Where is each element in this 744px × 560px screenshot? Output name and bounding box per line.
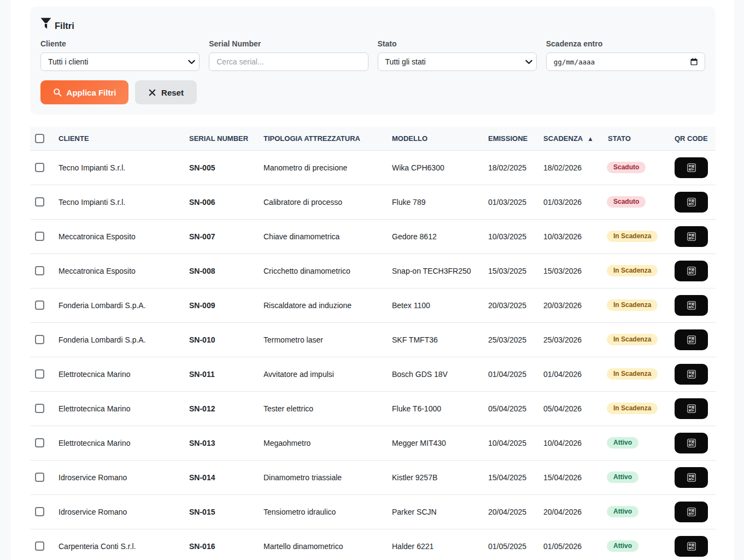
qr-code-button[interactable] [675, 398, 708, 419]
cell-tipologia: Manometro di precisione [257, 150, 385, 185]
column-header-qr[interactable]: QR CODE [668, 127, 716, 150]
cell-modello: Fluke 789 [385, 185, 482, 219]
qr-code-icon [687, 473, 696, 482]
row-checkbox[interactable] [35, 541, 44, 551]
cell-cliente: Meccatronica Esposito [52, 254, 183, 288]
qr-code-icon [687, 232, 696, 241]
cell-modello: Gedore 8612 [385, 219, 482, 254]
qr-code-button[interactable] [675, 295, 708, 316]
qr-code-button[interactable] [675, 226, 708, 247]
status-badge: In Scadenza [607, 299, 658, 311]
row-checkbox[interactable] [35, 232, 44, 241]
apply-filters-button[interactable]: Applica Filtri [40, 80, 128, 104]
qr-code-button[interactable] [675, 467, 708, 488]
qr-code-button[interactable] [675, 261, 708, 281]
chevron-down-icon [525, 58, 533, 66]
sort-ascending-icon: ▲ [587, 135, 593, 142]
row-checkbox[interactable] [35, 335, 44, 344]
row-checkbox[interactable] [35, 266, 44, 275]
cell-cliente: Idroservice Romano [52, 460, 183, 494]
funnel-icon [40, 17, 51, 29]
row-checkbox[interactable] [35, 369, 44, 379]
cell-emissione: 05/04/2025 [482, 391, 537, 426]
cell-cliente: Fonderia Lombardi S.p.A. [52, 322, 183, 357]
cell-cliente: Elettrotecnica Marino [52, 357, 183, 391]
cell-serial: SN-007 [183, 219, 257, 254]
column-header-cliente[interactable]: CLIENTE [52, 127, 183, 150]
column-header-modello[interactable]: MODELLO [385, 127, 482, 150]
filter-field-serial: Serial Number [209, 39, 368, 71]
qr-code-button[interactable] [675, 502, 708, 522]
table-row: Elettrotecnica Marino SN-011 Avvitatore … [30, 357, 716, 391]
row-checkbox[interactable] [35, 438, 44, 447]
qr-code-button[interactable] [675, 192, 708, 213]
cell-cliente: Meccatronica Esposito [52, 219, 183, 254]
qr-code-button[interactable] [675, 329, 708, 350]
status-badge: Attivo [607, 540, 638, 552]
cell-serial: SN-016 [183, 529, 257, 560]
search-icon [53, 88, 62, 97]
cell-modello: Snap-on TECH3FR250 [385, 254, 482, 288]
cell-serial: SN-012 [183, 391, 257, 426]
select-all-checkbox[interactable] [35, 134, 44, 143]
cell-scadenza: 10/04/2026 [537, 426, 601, 460]
equipment-table: CLIENTE SERIAL NUMBER TIPOLOGIA ATTREZZA… [30, 127, 716, 560]
cell-cliente: Fonderia Lombardi S.p.A. [52, 288, 183, 322]
table-row: Meccatronica Esposito SN-008 Cricchetto … [30, 254, 716, 288]
calendar-icon[interactable] [690, 58, 698, 66]
status-badge: In Scadenza [607, 231, 658, 242]
column-header-emissione[interactable]: EMISSIONE [482, 127, 537, 150]
cell-scadenza: 18/02/2026 [537, 150, 601, 185]
cell-emissione: 10/03/2025 [482, 219, 537, 254]
qr-code-icon [687, 508, 696, 516]
cell-emissione: 15/03/2025 [482, 254, 537, 288]
column-header-serial[interactable]: SERIAL NUMBER [183, 127, 257, 150]
cliente-select[interactable]: Tutti i clienti [40, 52, 200, 71]
column-header-scadenza[interactable]: SCADENZA▲ [537, 127, 601, 150]
qr-code-button[interactable] [675, 536, 708, 557]
cell-modello: Betex 1100 [385, 288, 482, 322]
cell-serial: SN-014 [183, 460, 257, 494]
cell-tipologia: Calibratore di processo [257, 185, 385, 219]
cell-modello: Kistler 9257B [385, 460, 482, 494]
cell-scadenza: 25/03/2026 [537, 322, 601, 357]
qr-code-icon [687, 163, 696, 172]
cell-tipologia: Avvitatore ad impulsi [257, 357, 385, 391]
row-checkbox[interactable] [35, 473, 44, 482]
reset-label: Reset [161, 88, 184, 97]
cell-emissione: 15/04/2025 [482, 460, 537, 494]
cell-emissione: 01/04/2025 [482, 357, 537, 391]
row-checkbox[interactable] [35, 300, 44, 310]
stato-select-value: Tutti gli stati [385, 57, 426, 66]
row-checkbox[interactable] [35, 507, 44, 516]
qr-code-button[interactable] [675, 157, 708, 178]
cell-cliente: Elettrotecnica Marino [52, 391, 183, 426]
filter-title-label: Filtri [55, 21, 74, 30]
filter-field-scadenza: Scadenza entro gg/mm/aaaa [546, 39, 705, 71]
table-row: Fonderia Lombardi S.p.A. SN-009 Riscalda… [30, 288, 716, 322]
cell-emissione: 18/02/2025 [482, 150, 537, 185]
stato-select[interactable]: Tutti gli stati [378, 52, 537, 71]
status-badge: In Scadenza [607, 368, 658, 380]
column-header-tipologia[interactable]: TIPOLOGIA ATTREZZATURA [257, 127, 385, 150]
reset-button[interactable]: Reset [135, 80, 197, 104]
cell-serial: SN-013 [183, 426, 257, 460]
row-checkbox[interactable] [35, 197, 44, 207]
cell-emissione: 10/04/2025 [482, 426, 537, 460]
row-checkbox[interactable] [35, 163, 44, 172]
scadenza-date-input[interactable]: gg/mm/aaaa [546, 52, 705, 71]
cell-emissione: 01/05/2025 [482, 529, 537, 560]
serial-search-input[interactable] [209, 52, 368, 71]
cell-serial: SN-009 [183, 288, 257, 322]
cell-serial: SN-010 [183, 322, 257, 357]
qr-code-icon [687, 198, 696, 207]
table-row: Idroservice Romano SN-014 Dinamometro tr… [30, 460, 716, 494]
qr-code-button[interactable] [675, 433, 708, 453]
qr-code-button[interactable] [675, 364, 708, 385]
cell-cliente: Elettrotecnica Marino [52, 426, 183, 460]
column-header-stato[interactable]: STATO [601, 127, 668, 150]
cell-scadenza: 10/03/2026 [537, 219, 601, 254]
scadenza-label: Scadenza entro [546, 39, 705, 48]
cell-tipologia: Tensiometro idraulico [257, 494, 385, 529]
row-checkbox[interactable] [35, 404, 44, 413]
